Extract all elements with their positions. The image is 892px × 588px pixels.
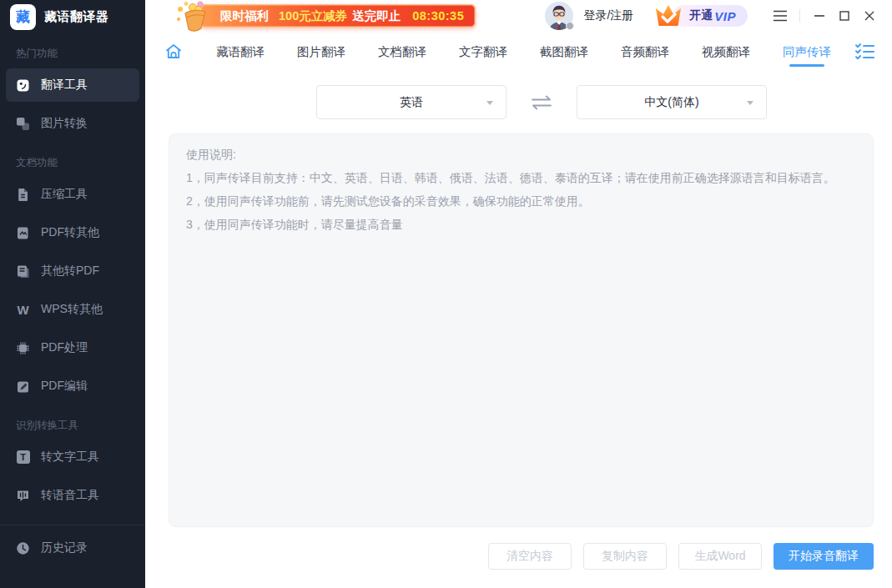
wps-icon: W [16, 303, 30, 317]
caret-down-icon [747, 101, 753, 105]
sidebar-item-label: 压缩工具 [41, 187, 88, 202]
history-clock-icon [16, 541, 30, 555]
to-text-icon: T [16, 450, 30, 465]
sidebar-item-label: PDF处理 [41, 340, 88, 355]
app-logo-icon: 藏 [10, 4, 36, 30]
promo-note-text: 送完即止 [352, 8, 401, 24]
topbar-right: 登录/注册 开通 VIP [545, 2, 882, 30]
sidebar-item-history[interactable]: 历史记录 [6, 531, 139, 565]
main-area: 限时福利 100元立减券 送完即止 08:30:35 [145, 0, 892, 588]
caret-down-icon [486, 101, 493, 105]
source-language-select[interactable]: 英语 [316, 85, 506, 119]
sidebar-section-document-functions: 文档功能 [16, 156, 145, 170]
sidebar: 藏 藏语翻译器 热门功能 翻译工具 图片转换 文档功能 压缩工具 [0, 0, 145, 588]
sidebar-item-compress-tools[interactable]: 压缩工具 [6, 178, 139, 211]
minimize-button[interactable] [807, 3, 832, 28]
home-icon[interactable] [164, 42, 184, 62]
tab-text-translation[interactable]: 文字翻译 [459, 32, 507, 72]
app-logo-row: 藏 藏语翻译器 [0, 0, 145, 33]
promo-pill: 限时福利 100元立减券 送完即止 08:30:35 [200, 4, 476, 28]
sidebar-item-label: 翻译工具 [41, 78, 88, 93]
sidebar-section-recognition-tools: 识别转换工具 [16, 419, 145, 433]
sidebar-item-pdf-process[interactable]: PDF处理 [6, 331, 139, 364]
tab-screenshot-translation[interactable]: 截图翻译 [540, 32, 588, 72]
top-bar: 限时福利 100元立减券 送完即止 08:30:35 [145, 0, 892, 32]
sidebar-item-label: 其他转PDF [41, 264, 99, 279]
sidebar-item-label: 图片转换 [41, 116, 88, 131]
instructions-title: 使用说明: [186, 143, 856, 166]
promo-countdown: 08:30:35 [412, 9, 464, 23]
controls-divider [799, 9, 800, 23]
pdf-process-icon [16, 341, 30, 355]
open-vip-button[interactable]: 开通 VIP [652, 3, 748, 29]
sidebar-item-label: WPS转其他 [41, 302, 103, 317]
sidebar-item-label: PDF编辑 [41, 379, 88, 394]
sidebar-item-other-to-pdf[interactable]: 其他转PDF [6, 254, 139, 288]
login-register-link[interactable]: 登录/注册 [583, 8, 633, 23]
avatar[interactable] [545, 2, 573, 30]
tab-simultaneous-interpretation[interactable]: 同声传译 [783, 32, 831, 72]
vip-crown-icon [652, 3, 685, 29]
start-recording-translate-button[interactable]: 开始录音翻译 [774, 543, 874, 570]
target-language-select[interactable]: 中文(简体) [577, 85, 767, 119]
menu-icon[interactable] [768, 3, 793, 28]
promo-banner[interactable]: 限时福利 100元立减券 送完即止 08:30:35 [175, 0, 476, 34]
window-controls [768, 3, 882, 28]
sidebar-divider [0, 525, 145, 525]
to-speech-icon [16, 489, 30, 503]
sidebar-item-label: 转语音工具 [41, 488, 99, 503]
pdf-edit-icon [16, 379, 30, 394]
action-bar: 清空内容 复制内容 生成Word 开始录音翻译 [145, 543, 874, 570]
language-bar: 英语 中文(简体) [316, 85, 892, 119]
vip-label-suffix: VIP [714, 9, 736, 23]
instruction-line: 1，同声传译目前支持：中文、英语、日语、韩语、俄语、法语、德语、泰语的互译；请在… [186, 166, 856, 189]
sidebar-item-to-text-tools[interactable]: T 转文字工具 [6, 440, 139, 474]
sidebar-item-to-speech-tools[interactable]: 转语音工具 [6, 479, 139, 512]
gift-cone-icon [175, 0, 214, 34]
promo-tag-text: 限时福利 [220, 8, 269, 24]
sidebar-item-label: PDF转其他 [41, 225, 99, 240]
sidebar-item-pdf-edit[interactable]: PDF编辑 [6, 369, 139, 403]
promo-offer-text: 100元立减券 [279, 8, 347, 24]
maximize-button[interactable] [832, 3, 857, 28]
close-button[interactable] [857, 3, 882, 28]
sidebar-item-pdf-to-other[interactable]: PDF转其他 [6, 216, 139, 249]
tab-audio-translation[interactable]: 音频翻译 [621, 32, 669, 72]
sidebar-item-translate-tools[interactable]: 翻译工具 [6, 68, 139, 102]
clear-content-button[interactable]: 清空内容 [488, 543, 572, 570]
tab-document-translation[interactable]: 文档翻译 [378, 32, 426, 72]
translate-tool-icon [16, 78, 30, 93]
sidebar-section-hot-functions: 热门功能 [16, 47, 145, 61]
tab-tibetan-translation[interactable]: 藏语翻译 [216, 32, 265, 72]
tab-video-translation[interactable]: 视频翻译 [702, 32, 750, 72]
source-language-value: 英语 [400, 95, 423, 110]
swap-languages-icon[interactable] [530, 91, 553, 114]
generate-word-button[interactable]: 生成Word [678, 543, 762, 570]
usage-instructions-panel: 使用说明: 1，同声传译目前支持：中文、英语、日语、韩语、俄语、法语、德语、泰语… [169, 133, 874, 527]
sidebar-item-label: 历史记录 [41, 540, 88, 555]
checklist-icon[interactable] [854, 41, 875, 63]
pdf-to-other-icon [16, 226, 30, 240]
sidebar-item-image-convert[interactable]: 图片转换 [6, 107, 139, 140]
app-window: 藏 藏语翻译器 热门功能 翻译工具 图片转换 文档功能 压缩工具 [0, 0, 892, 588]
translation-tabs: 藏语翻译 图片翻译 文档翻译 文字翻译 截图翻译 音频翻译 视频翻译 同声传译 [145, 32, 892, 72]
compress-tool-icon [16, 188, 30, 202]
vip-label-prefix: 开通 [689, 8, 713, 23]
app-title: 藏语翻译器 [44, 9, 109, 25]
image-convert-icon [16, 117, 30, 131]
sidebar-item-label: 转文字工具 [41, 450, 99, 465]
copy-content-button[interactable]: 复制内容 [583, 543, 667, 570]
instruction-line: 2，使用同声传译功能前，请先测试您设备的采音效果，确保功能的正常使用。 [186, 189, 856, 213]
sidebar-item-wps-to-other[interactable]: W WPS转其他 [6, 293, 139, 326]
tab-image-translation[interactable]: 图片翻译 [297, 32, 345, 72]
other-to-pdf-icon [16, 264, 30, 279]
target-language-value: 中文(简体) [644, 95, 698, 110]
instruction-line: 3，使用同声传译功能时，请尽量提高音量 [186, 213, 856, 236]
